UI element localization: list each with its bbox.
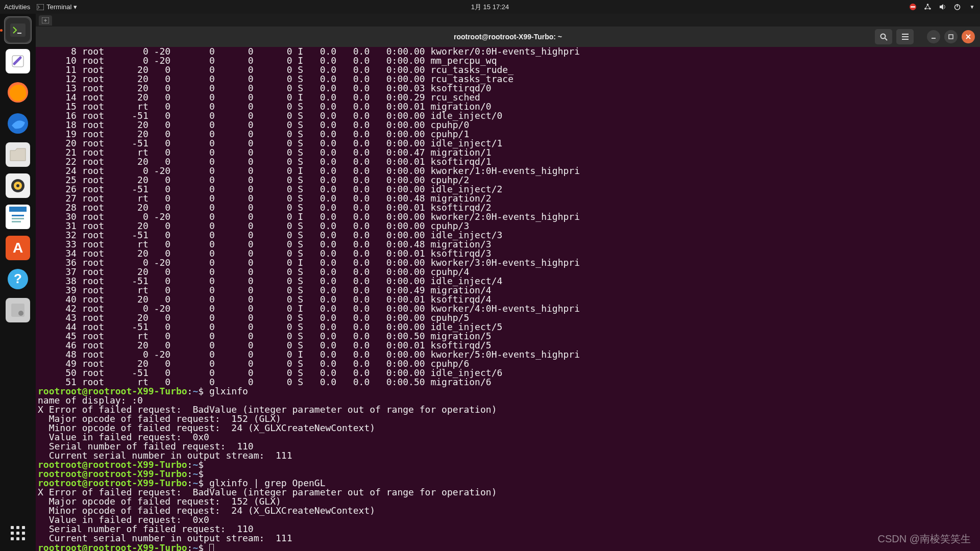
hamburger-menu-button[interactable] bbox=[896, 29, 914, 44]
svg-rect-35 bbox=[949, 35, 953, 39]
window-title: rootroot@rootroot-X99-Turbo: ~ bbox=[454, 33, 562, 41]
tab-strip bbox=[36, 14, 980, 27]
terminal-window: rootroot@rootroot-X99-Turbo: ~ 8 root 0 … bbox=[36, 14, 980, 551]
dock-software[interactable]: A bbox=[4, 234, 32, 262]
volume-icon[interactable] bbox=[939, 3, 946, 11]
dock-rhythmbox[interactable] bbox=[4, 172, 32, 199]
search-button[interactable] bbox=[875, 29, 892, 44]
dock-text-editor[interactable] bbox=[4, 47, 32, 75]
svg-rect-18 bbox=[9, 207, 27, 212]
dock-help[interactable]: ? bbox=[4, 265, 32, 293]
svg-rect-19 bbox=[12, 215, 24, 216]
svg-point-16 bbox=[16, 184, 19, 187]
maximize-button[interactable] bbox=[944, 30, 958, 43]
dock-thunderbird[interactable] bbox=[4, 110, 32, 137]
watermark: CSDN @南棱笑笑生 bbox=[877, 532, 971, 546]
app-menu-label: Terminal ▾ bbox=[46, 3, 77, 11]
gnome-topbar: Activities Terminal ▾ 1月 15 17:24 ▼ bbox=[0, 0, 980, 14]
activities-button[interactable]: Activities bbox=[4, 3, 30, 11]
dock-disk[interactable] bbox=[4, 296, 32, 324]
svg-rect-8 bbox=[10, 23, 26, 37]
dock: A ? bbox=[0, 14, 36, 551]
close-button[interactable] bbox=[962, 30, 975, 43]
dock-firefox[interactable] bbox=[4, 79, 32, 106]
titlebar: rootroot@rootroot-X99-Turbo: ~ bbox=[36, 27, 980, 47]
svg-text:?: ? bbox=[14, 271, 22, 286]
svg-point-25 bbox=[18, 311, 23, 316]
svg-rect-2 bbox=[911, 6, 915, 7]
svg-rect-21 bbox=[12, 221, 21, 222]
dock-libreoffice-writer[interactable] bbox=[4, 203, 32, 231]
new-tab-button[interactable] bbox=[39, 15, 52, 26]
terminal-output[interactable]: 8 root 0 -20 0 0 0 I 0.0 0.0 0:00.00 kwo… bbox=[36, 47, 980, 551]
network-icon[interactable] bbox=[924, 3, 932, 11]
power-icon[interactable] bbox=[953, 3, 961, 11]
terminal-app-icon bbox=[36, 3, 44, 11]
dock-terminal[interactable] bbox=[4, 16, 32, 44]
svg-rect-0 bbox=[37, 4, 44, 10]
chevron-down-icon[interactable]: ▼ bbox=[968, 3, 976, 11]
minimize-button[interactable] bbox=[927, 30, 940, 43]
clock[interactable]: 1月 15 17:24 bbox=[471, 3, 509, 12]
dock-show-apps[interactable] bbox=[4, 519, 32, 547]
app-menu[interactable]: Terminal ▾ bbox=[36, 3, 77, 11]
no-entry-icon[interactable] bbox=[909, 3, 917, 11]
dock-files[interactable] bbox=[4, 141, 32, 168]
svg-rect-20 bbox=[12, 218, 24, 219]
svg-line-30 bbox=[885, 38, 887, 40]
svg-point-29 bbox=[880, 34, 885, 38]
